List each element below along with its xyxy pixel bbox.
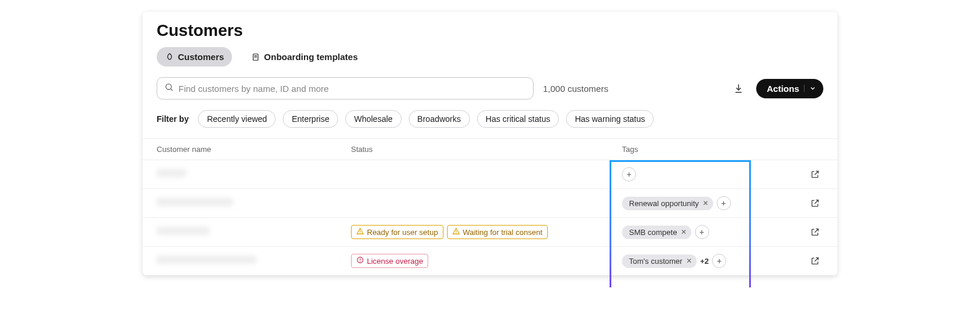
tag-smb-compete[interactable]: SMB compete ✕ — [622, 226, 691, 239]
tags-cell: Tom's customer ✕ +2 + — [622, 254, 788, 268]
filter-broadworks[interactable]: Broadworks — [409, 110, 470, 128]
tag-overflow-count[interactable]: +2 — [700, 257, 709, 266]
table-row[interactable]: Ready for user setup Waiting for trial c… — [143, 218, 837, 247]
filter-by-label: Filter by — [157, 114, 188, 124]
actions-label: Actions — [767, 84, 799, 94]
tags-cell: SMB compete ✕ + — [622, 225, 788, 239]
alert-circle-icon — [356, 256, 364, 266]
tag-toms-customer[interactable]: Tom's customer ✕ — [622, 254, 697, 268]
remove-tag-icon[interactable]: ✕ — [686, 257, 692, 265]
add-tag-button[interactable]: + — [622, 167, 636, 181]
table-row[interactable]: + — [143, 160, 837, 189]
status-license-overage: License overage — [351, 254, 428, 268]
column-customer-name: Customer name — [157, 145, 351, 154]
filter-wholesale[interactable]: Wholesale — [345, 110, 401, 128]
table-row[interactable]: Renewal opportunity ✕ + — [143, 189, 837, 218]
open-external-button[interactable] — [807, 253, 823, 269]
svg-point-6 — [360, 233, 360, 233]
svg-point-8 — [456, 233, 456, 233]
tag-label: Tom's customer — [629, 257, 683, 266]
customers-panel: Customers Customers Onboarding templates… — [143, 12, 837, 276]
status-waiting-for-trial-consent: Waiting for trial consent — [447, 225, 548, 239]
blurred-name — [157, 169, 186, 177]
status-cell: Ready for user setup Waiting for trial c… — [351, 225, 622, 239]
tab-customers[interactable]: Customers — [157, 47, 232, 67]
open-external-button[interactable] — [807, 224, 823, 240]
column-status: Status — [351, 145, 622, 154]
svg-line-4 — [171, 89, 173, 91]
tag-label: SMB compete — [629, 228, 677, 237]
status-text: License overage — [367, 257, 423, 266]
open-external-button[interactable] — [807, 166, 823, 183]
tab-onboarding-templates[interactable]: Onboarding templates — [243, 47, 366, 67]
blurred-name — [157, 227, 210, 235]
search-container[interactable] — [157, 77, 534, 100]
warning-triangle-icon — [356, 227, 364, 237]
search-icon — [164, 82, 174, 94]
customer-name-cell — [157, 169, 351, 180]
toolbar: 1,000 customers Actions — [143, 77, 837, 110]
blurred-name — [157, 256, 257, 264]
status-cell: License overage — [351, 254, 622, 268]
filter-has-warning[interactable]: Has warning status — [566, 110, 654, 128]
tab-label: Customers — [178, 52, 224, 62]
add-tag-button[interactable]: + — [712, 254, 726, 268]
blurred-name — [157, 198, 233, 206]
download-button[interactable] — [730, 80, 747, 97]
tab-label: Onboarding templates — [264, 52, 357, 62]
tabs-bar: Customers Onboarding templates — [143, 47, 837, 77]
document-icon — [251, 52, 260, 62]
customer-name-cell — [157, 256, 351, 266]
customer-name-cell — [157, 198, 351, 208]
filter-bar: Filter by Recently viewed Enterprise Who… — [143, 110, 837, 138]
customer-count: 1,000 customers — [543, 84, 608, 94]
warning-triangle-icon — [452, 227, 460, 237]
filter-enterprise[interactable]: Enterprise — [283, 110, 338, 128]
open-external-button[interactable] — [807, 195, 823, 211]
tags-cell: Renewal opportunity ✕ + — [622, 196, 788, 210]
svg-point-11 — [360, 261, 360, 262]
table-row[interactable]: License overage Tom's customer ✕ +2 + — [143, 247, 837, 276]
actions-button[interactable]: Actions — [756, 79, 823, 98]
add-tag-button[interactable]: + — [695, 225, 709, 239]
status-text: Waiting for trial consent — [463, 228, 542, 237]
remove-tag-icon[interactable]: ✕ — [681, 228, 687, 236]
table-header-row: Customer name Status Tags — [143, 138, 837, 160]
tag-label: Renewal opportunity — [629, 199, 699, 208]
tags-cell: + — [622, 167, 788, 181]
svg-point-3 — [166, 84, 171, 90]
chevron-down-icon[interactable] — [804, 85, 816, 92]
hands-icon — [165, 52, 174, 62]
page-title: Customers — [143, 21, 837, 47]
status-ready-for-user-setup: Ready for user setup — [351, 225, 443, 239]
search-input[interactable] — [178, 84, 526, 94]
filter-recently-viewed[interactable]: Recently viewed — [198, 110, 276, 128]
customer-name-cell — [157, 227, 351, 237]
status-text: Ready for user setup — [367, 228, 438, 237]
filter-has-critical[interactable]: Has critical status — [477, 110, 559, 128]
column-tags: Tags — [622, 145, 788, 154]
remove-tag-icon[interactable]: ✕ — [703, 199, 708, 207]
add-tag-button[interactable]: + — [717, 196, 731, 210]
tag-renewal-opportunity[interactable]: Renewal opportunity ✕ — [622, 197, 713, 210]
